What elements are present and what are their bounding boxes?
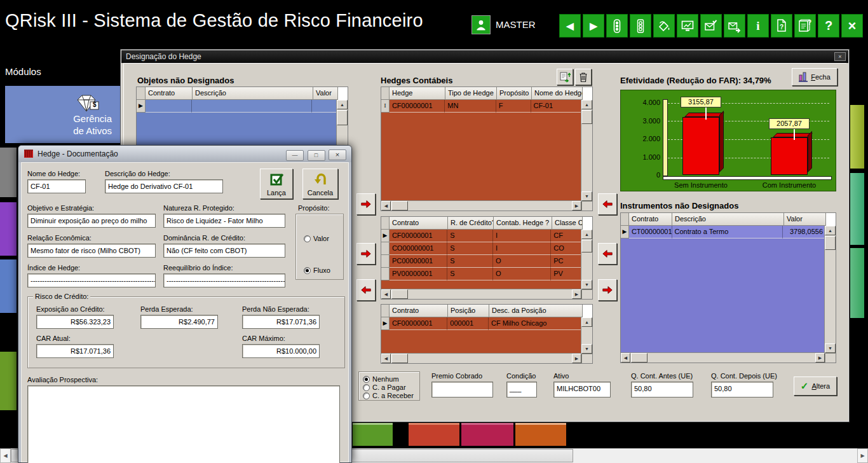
cancela-button[interactable]: Cancela	[302, 169, 338, 199]
horizontal-scrollbar[interactable]: ◀ ▶	[381, 353, 581, 363]
radio-icon[interactable]	[304, 267, 311, 274]
report-help-button[interactable]: ?	[771, 14, 792, 38]
dialog-minimize-button[interactable]: —	[286, 150, 304, 161]
scrollbar-thumb[interactable]	[581, 110, 592, 124]
car-maximo-input[interactable]: R$10.000,00	[242, 344, 320, 358]
scrollbar-thumb[interactable]	[631, 353, 648, 363]
scroll-up-button[interactable]: ▲	[581, 317, 592, 327]
partial-module-tile-purple[interactable]	[0, 202, 17, 256]
scroll-left-button[interactable]: ◀	[621, 353, 630, 363]
partial-tile-bottom-crimson[interactable]	[461, 423, 513, 446]
table-row[interactable]: PC00000001 S O PC	[381, 255, 581, 268]
row-selector[interactable]	[381, 268, 390, 280]
scrollbar-thumb[interactable]	[337, 110, 348, 125]
vertical-scrollbar[interactable]: ▲ ▼	[581, 317, 592, 354]
window-titlebar[interactable]: Designação do Hedge	[121, 50, 848, 63]
scrollbar-thumb[interactable]	[391, 354, 408, 363]
reequilibrio-input[interactable]: ----------------------------------------…	[163, 273, 285, 287]
scrollbar-thumb[interactable]	[391, 289, 408, 299]
designar-contrato-button[interactable]	[356, 243, 376, 265]
hedges-grid[interactable]: Hedge Tipo de Hedge Propósito Nome do He…	[381, 86, 593, 211]
designar-instrumento-button[interactable]	[598, 193, 617, 215]
remover-instrumento-button[interactable]	[598, 279, 617, 301]
partial-module-tile-gray[interactable]	[0, 148, 17, 197]
traffic-light-button[interactable]	[606, 14, 628, 38]
horizontal-scrollbar[interactable]: ◀ ▶	[381, 289, 581, 299]
scroll-left-button[interactable]: ◀	[381, 354, 391, 363]
row-selector[interactable]: ▶	[137, 100, 146, 113]
instrumentos-grid[interactable]: Contrato Descrição Valor ▶ CT00000001 Co…	[620, 212, 836, 363]
column-header[interactable]: Classe Co	[552, 217, 583, 230]
objetivo-input[interactable]: Diminuir exposição ao preço do milho	[27, 214, 156, 228]
user-icon[interactable]	[471, 15, 491, 34]
scrollbar-thumb[interactable]	[581, 240, 592, 252]
horizontal-scrollbar[interactable]: ◀ ▶	[381, 200, 581, 211]
column-header[interactable]: R. de Crédito?	[448, 217, 494, 230]
table-row[interactable]: I CF00000001 MN F CF-01	[381, 100, 581, 113]
scrollbar-thumb[interactable]	[391, 201, 408, 211]
transfer-button[interactable]	[557, 69, 573, 85]
column-header[interactable]: Valor	[313, 87, 338, 100]
partial-module-tile-blue[interactable]	[0, 259, 17, 313]
partial-tile-bottom-red[interactable]	[409, 423, 459, 446]
scrollbar-thumb[interactable]	[825, 236, 836, 250]
partial-tile-green[interactable]	[850, 248, 864, 318]
table-row[interactable]: PV00000001 S O PV	[381, 268, 581, 280]
monitor-button[interactable]	[677, 14, 698, 38]
partial-tile-bottom-orange[interactable]	[515, 423, 566, 446]
table-row[interactable]: CO00000001 S I CO	[381, 242, 581, 255]
car-atual-input[interactable]: R$17.071,36	[36, 344, 114, 358]
ativo-input[interactable]: MILHCBOT00	[553, 382, 611, 397]
avaliacao-prospectiva-textarea[interactable]	[27, 385, 340, 463]
mail-check-button[interactable]	[700, 14, 722, 38]
vertical-scrollbar[interactable]: ▲ ▼	[581, 100, 592, 201]
table-row[interactable]: ▶ CF00000001 000001 CF Milho Chicago	[381, 317, 581, 330]
column-header[interactable]: Propósito	[497, 87, 532, 100]
paint-bucket-button[interactable]	[653, 14, 675, 38]
delete-button[interactable]	[575, 69, 592, 85]
table-row[interactable]: ▶	[137, 100, 337, 113]
natureza-input[interactable]: Risco de Liquidez - Fator Milho	[163, 214, 285, 228]
scroll-right-button[interactable]: ▶	[857, 448, 868, 463]
scroll-up-button[interactable]: ▲	[581, 100, 592, 109]
mail-forward-button[interactable]	[724, 14, 745, 38]
row-selector[interactable]: ▶	[381, 230, 390, 242]
scroll-down-button[interactable]: ▼	[825, 343, 836, 353]
remover-contrato-button[interactable]	[356, 279, 376, 301]
scroll-up-button[interactable]: ▲	[337, 100, 348, 109]
radio-c-a-receber[interactable]: C. a Receber	[363, 390, 414, 400]
scroll-right-button[interactable]: ▶	[815, 353, 825, 363]
table-row[interactable]: ▶ CT00000001 Contrato a Termo 3798,0556	[621, 226, 825, 238]
scroll-up-button[interactable]: ▲	[825, 226, 836, 235]
scroll-up-button[interactable]: ▲	[581, 230, 592, 239]
indice-input[interactable]: ----------------------------------------…	[27, 273, 156, 287]
back-button[interactable]: ◀	[559, 14, 581, 38]
help-button[interactable]: ?	[818, 14, 839, 38]
perda-nao-esperada-input[interactable]: R$17.071,36	[242, 315, 320, 329]
column-header[interactable]: Tipo de Hedge	[445, 87, 497, 100]
q-cont-depois-input[interactable]: 50,80	[711, 382, 773, 397]
column-header[interactable]: Hedge	[390, 87, 445, 100]
column-header[interactable]: Valor	[784, 213, 826, 226]
forward-button[interactable]: ▶	[583, 14, 604, 38]
altera-button[interactable]: ✓ Altera	[794, 377, 837, 396]
dialog-maximize-button[interactable]: □	[308, 150, 325, 161]
dialog-titlebar[interactable]: Hedge - Documentação — □ ×	[18, 146, 351, 162]
row-selector[interactable]: ▶	[621, 226, 629, 238]
perda-esperada-input[interactable]: R$2.490,77	[140, 315, 218, 329]
scroll-down-button[interactable]: ▼	[581, 191, 592, 201]
module-gerencia-de-ativos[interactable]: $ Gerência de Ativos	[5, 86, 121, 143]
radio-valor[interactable]: Valor	[304, 232, 329, 244]
horizontal-scrollbar[interactable]: ◀ ▶	[621, 352, 825, 363]
column-header[interactable]: Contrato	[146, 87, 193, 100]
column-header[interactable]: Posição	[448, 305, 489, 317]
vertical-scrollbar[interactable]: ▲ ▼	[824, 226, 836, 353]
row-selector[interactable]	[381, 255, 390, 268]
scroll-right-button[interactable]: ▶	[572, 201, 581, 211]
radio-icon[interactable]	[304, 235, 311, 242]
premio-cobrado-input[interactable]	[431, 382, 493, 397]
dialog-close-button[interactable]: ×	[329, 149, 346, 160]
partial-module-tile-green[interactable]	[0, 352, 17, 410]
column-header[interactable]: Contab. Hedge ?	[494, 217, 552, 230]
q-cont-antes-input[interactable]: 50,80	[631, 382, 693, 397]
